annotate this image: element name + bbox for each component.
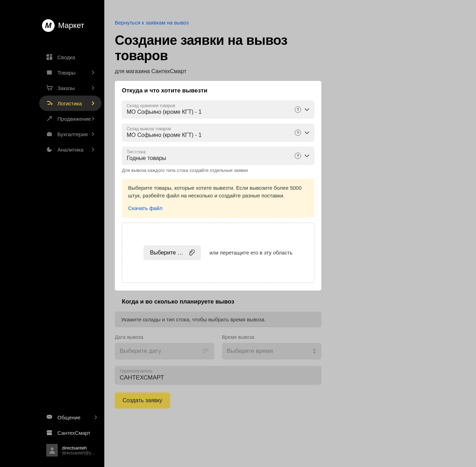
drop-text: или перетащите его в эту область xyxy=(209,250,292,256)
time-input[interactable]: Выберите время xyxy=(222,343,321,360)
sidebar-item-analytics[interactable]: Аналитика xyxy=(39,142,102,157)
back-link[interactable]: Вернуться к заявкам на вывоз xyxy=(115,20,189,26)
sidebar-item-products[interactable]: Товары xyxy=(39,65,102,80)
svg-point-21 xyxy=(208,350,208,351)
info-text: Выберите товары, которые хотите вывезти.… xyxy=(128,185,302,198)
svg-rect-2 xyxy=(47,57,49,60)
chevron-down-icon xyxy=(304,131,309,134)
section-title: Откуда и что хотите вывезти xyxy=(122,87,314,94)
chevron-right-icon xyxy=(94,415,102,419)
svg-point-15 xyxy=(205,348,205,349)
consignee-field[interactable]: Грузополучатель САНТЕХСМАРТ xyxy=(115,366,321,385)
shop-icon xyxy=(46,430,52,436)
chevron-down-icon xyxy=(304,154,309,157)
field-label: Грузополучатель xyxy=(120,369,316,374)
chevron-down-icon xyxy=(304,108,309,111)
orders-icon xyxy=(46,85,52,91)
date-input[interactable]: Выберите дату xyxy=(115,343,214,360)
time-field-group: Время вывоза Выберите время xyxy=(222,334,321,360)
calendar-icon xyxy=(203,348,209,354)
stock-type-select[interactable]: Тип стока Годные товары ? xyxy=(122,147,314,165)
promotion-icon xyxy=(46,116,52,122)
sidebar-item-label: Общение xyxy=(57,414,80,420)
create-request-button[interactable]: Создать заявку xyxy=(115,392,170,409)
attachment-icon xyxy=(188,250,195,256)
svg-rect-0 xyxy=(47,54,49,57)
svg-point-11 xyxy=(49,417,50,417)
sidebar-item-label: Товары xyxy=(57,70,76,76)
svg-point-18 xyxy=(203,350,204,351)
analytics-icon xyxy=(46,146,52,153)
user-name: directsanteh xyxy=(62,445,97,451)
sidebar-item-label: Бухгалтерия xyxy=(57,131,88,137)
chevron-right-icon xyxy=(92,70,94,75)
page-title: Создание заявки на вывоз товаров xyxy=(115,33,339,63)
info-box: Выберите товары, которые хотите вывезти.… xyxy=(122,179,314,217)
button-label: Выберите фа… xyxy=(150,250,185,256)
summary-icon xyxy=(46,54,52,60)
avatar xyxy=(46,444,58,456)
placeholder: Выберите дату xyxy=(120,348,161,355)
svg-rect-3 xyxy=(50,56,52,60)
stock-hint: Для вывоза каждого типа стока создайте о… xyxy=(122,168,314,173)
svg-point-22 xyxy=(203,352,204,353)
sidebar: M Маркет Сводка Товары Заказы xyxy=(0,0,104,467)
placeholder: Выберите время xyxy=(227,348,273,355)
sidebar-item-logistics[interactable]: Логистика xyxy=(39,96,102,111)
download-file-link[interactable]: Скачать файл xyxy=(128,204,162,212)
file-dropzone[interactable]: Выберите фа… или перетащите его в эту об… xyxy=(122,223,314,283)
sidebar-item-shop[interactable]: СантехСмарт xyxy=(39,425,102,440)
chat-icon xyxy=(46,414,52,420)
chevron-right-icon xyxy=(92,101,94,105)
sidebar-item-promotion[interactable]: Продвижение xyxy=(39,111,102,126)
products-icon xyxy=(46,69,52,76)
accounting-icon xyxy=(46,131,52,137)
storage-warehouse-select[interactable]: Склад хранения товаров МО Софьино (кроме… xyxy=(122,100,314,119)
page-subtitle: для магазина СантехСмарт xyxy=(115,68,339,75)
help-icon[interactable]: ? xyxy=(295,130,301,136)
svg-point-5 xyxy=(48,90,49,91)
user-email: directsanteh@yand… xyxy=(62,451,97,455)
help-icon[interactable]: ? xyxy=(295,153,301,159)
field-label: Дата вывоза xyxy=(115,334,214,340)
sidebar-item-label: СантехСмарт xyxy=(57,430,90,436)
help-icon[interactable]: ? xyxy=(295,106,301,113)
nav: Сводка Товары Заказы Логистика xyxy=(0,49,104,410)
timing-notice: Укажите склады и тип стока, чтобы выбрат… xyxy=(115,312,321,327)
sort-icon xyxy=(312,348,316,354)
user-info: directsanteh directsanteh@yand… xyxy=(62,445,97,455)
svg-rect-1 xyxy=(50,54,52,56)
logo-mark-icon: M xyxy=(42,19,55,32)
field-label: Склад хранения товаров xyxy=(127,103,309,108)
section-when: Когда и во сколько планируете вывоз Укаж… xyxy=(115,298,321,409)
sidebar-item-label: Логистика xyxy=(57,100,82,106)
choose-file-button[interactable]: Выберите фа… xyxy=(144,245,201,260)
svg-rect-4 xyxy=(47,70,52,75)
pickup-warehouse-select[interactable]: Склад вывоза товаров МО Софьино (кроме К… xyxy=(122,124,314,142)
svg-point-13 xyxy=(51,447,54,450)
section-title: Когда и во сколько планируете вывоз xyxy=(115,298,321,305)
svg-point-12 xyxy=(50,417,51,417)
sidebar-item-label: Продвижение xyxy=(57,116,91,122)
svg-point-16 xyxy=(206,348,207,349)
sidebar-item-label: Сводка xyxy=(57,54,75,60)
sidebar-item-chat[interactable]: Общение xyxy=(39,410,102,425)
svg-rect-8 xyxy=(48,132,50,133)
field-label: Склад вывоза товаров xyxy=(127,126,309,131)
main-content: Вернуться к заявкам на вывоз Создание за… xyxy=(104,0,476,467)
chevron-right-icon xyxy=(92,132,94,136)
sidebar-item-accounting[interactable]: Бухгалтерия xyxy=(39,126,102,142)
sidebar-bottom: Общение СантехСмарт directsanteh directs… xyxy=(0,410,104,467)
sidebar-item-label: Заказы xyxy=(57,85,75,91)
svg-point-10 xyxy=(48,417,49,417)
date-field-group: Дата вывоза Выберите дату xyxy=(115,334,214,360)
logistics-icon xyxy=(46,100,52,106)
user-block[interactable]: directsanteh directsanteh@yand… xyxy=(39,440,102,460)
sidebar-item-orders[interactable]: Заказы xyxy=(39,80,102,96)
sidebar-item-summary[interactable]: Сводка xyxy=(39,49,102,65)
svg-point-6 xyxy=(51,90,52,91)
section-where-what: Откуда и что хотите вывезти Склад хранен… xyxy=(115,81,321,290)
field-label: Время вывоза xyxy=(222,334,321,340)
field-value: САНТЕХСМАРТ xyxy=(120,374,316,381)
sidebar-item-label: Аналитика xyxy=(57,147,83,153)
